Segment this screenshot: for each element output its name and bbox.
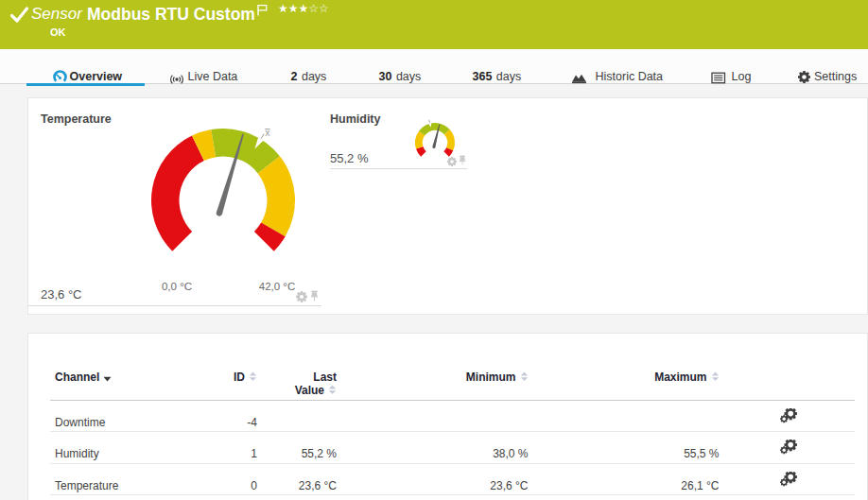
- sort-desc-icon: [103, 371, 112, 385]
- object-type-label: Sensor: [31, 4, 82, 25]
- cell-channel[interactable]: Humidity: [55, 447, 99, 460]
- cell-last-value: 23,6 °C: [270, 479, 337, 492]
- column-header-channel[interactable]: Channel: [55, 371, 112, 384]
- column-header-minimum[interactable]: Minimum: [434, 371, 529, 384]
- gauge-title-temperature: Temperature: [41, 112, 112, 127]
- channel-settings-gears-icon[interactable]: [780, 472, 797, 487]
- tab-live-data[interactable]: Live Data: [188, 70, 238, 84]
- cell-maximum: 55,5 %: [625, 447, 720, 460]
- priority-stars[interactable]: ★★★☆☆: [278, 2, 329, 16]
- column-header-id[interactable]: ID: [156, 371, 257, 384]
- cell-id: 0: [156, 479, 257, 492]
- table-row-humidity: Humidity155,2 %38,0 %55,5 %: [28, 432, 868, 464]
- column-header-maximum-label: Maximum: [654, 371, 706, 384]
- table-row-temperature: Temperature023,6 °C23,6 °C26,1 °C: [28, 464, 868, 496]
- temperature-gauge: x: [138, 114, 308, 279]
- pin-icon[interactable]: [309, 290, 320, 302]
- tab-30-days-label: days: [396, 70, 421, 83]
- gauges-panel: Temperature x 0,0 °C 42,0 °C 23,6 °C Hum…: [27, 97, 868, 315]
- row-divider: [50, 494, 855, 495]
- tab-365-days[interactable]: 365days: [473, 70, 522, 84]
- column-header-minimum-label: Minimum: [466, 371, 516, 384]
- sort-icon: [520, 371, 529, 385]
- tab-settings[interactable]: Settings: [814, 70, 857, 84]
- channel-settings-gears-icon[interactable]: [780, 440, 797, 455]
- tab-2-days-number: 2: [291, 70, 298, 83]
- log-icon: [711, 71, 726, 88]
- gauge-min-label: 0,0 °C: [148, 280, 205, 293]
- sort-icon: [249, 371, 257, 385]
- gauge-settings-gear-icon[interactable]: [296, 291, 307, 302]
- stars-filled: ★★★: [278, 2, 308, 15]
- column-header-last-value[interactable]: Last Value: [284, 371, 337, 397]
- channels-table-panel: Channel ID Last Value Minimum Maximum Do…: [27, 333, 868, 500]
- sensor-status-badge: OK: [50, 26, 66, 39]
- gauge-title-humidity: Humidity: [330, 112, 380, 127]
- column-header-maximum[interactable]: Maximum: [625, 371, 720, 384]
- table-row-downtime: Downtime-4: [28, 401, 868, 433]
- gear-icon: [798, 70, 810, 87]
- gauge-settings-gear-icon[interactable]: [447, 157, 457, 166]
- sort-icon: [328, 385, 337, 398]
- cell-maximum: 26,1 °C: [625, 479, 720, 492]
- tab-365-days-label: days: [496, 70, 521, 83]
- stars-empty: ☆☆: [308, 2, 329, 15]
- column-header-channel-label: Channel: [55, 371, 99, 384]
- column-header-id-label: ID: [234, 371, 245, 384]
- tab-2-days-label: days: [302, 70, 326, 83]
- tab-30-days[interactable]: 30days: [379, 70, 422, 84]
- svg-text:x: x: [265, 127, 270, 138]
- pin-icon[interactable]: [458, 155, 467, 165]
- flag-icon[interactable]: [256, 4, 269, 16]
- humidity-tile-divider: [330, 168, 467, 169]
- gauge-value-temperature: 23,6 °C: [41, 287, 82, 302]
- sort-icon: [711, 371, 720, 385]
- channel-settings-gears-icon[interactable]: [780, 408, 797, 423]
- tab-bar: Overview Live Data 2days 30days 365days …: [0, 49, 868, 84]
- tab-30-days-number: 30: [379, 70, 392, 83]
- tab-historic-data[interactable]: Historic Data: [596, 70, 664, 84]
- sensor-name[interactable]: Modbus RTU Custom: [87, 4, 255, 25]
- cell-channel[interactable]: Downtime: [55, 416, 105, 429]
- tab-log[interactable]: Log: [732, 70, 752, 84]
- tab-2-days[interactable]: 2days: [291, 70, 327, 84]
- cell-minimum: 23,6 °C: [434, 479, 529, 492]
- cell-id: 1: [156, 447, 257, 460]
- cell-id: -4: [156, 416, 257, 429]
- temperature-tile-divider: [28, 305, 321, 306]
- active-tab-underline: [26, 83, 145, 87]
- cell-last-value: 55,2 %: [270, 447, 337, 460]
- cell-minimum: 38,0 %: [434, 447, 529, 460]
- sensor-status-header: Sensor Modbus RTU Custom ★★★☆☆ OK: [0, 0, 868, 49]
- live-data-icon: [169, 72, 184, 89]
- prtg-sensor-overview-page: { "header": { "status_icon": "check-icon…: [0, 0, 868, 500]
- area-chart-icon: [571, 71, 587, 88]
- cell-channel[interactable]: Temperature: [55, 479, 118, 492]
- gauge-value-humidity: 55,2 %: [330, 151, 368, 165]
- tab-365-days-number: 365: [473, 70, 493, 83]
- check-icon: [9, 6, 29, 24]
